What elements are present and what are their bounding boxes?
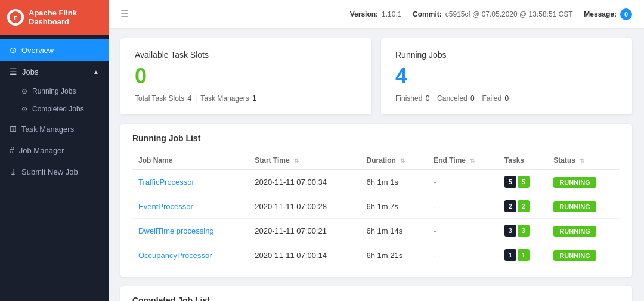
tasks-cell: 3 3 — [499, 219, 548, 243]
tasks-cell: 2 2 — [499, 194, 548, 219]
canceled-label: Canceled — [437, 94, 467, 103]
stats-divider: | — [195, 94, 197, 103]
task-slots-stats: Total Task Slots 4 | Task Managers 1 — [135, 94, 357, 103]
running-jobs-stats: Finished 0 Canceled 0 Failed 0 — [395, 94, 618, 103]
running-jobs-value: 4 — [395, 66, 618, 87]
table-row: OccupancyProcessor 2020-11-11 07:00:14 6… — [132, 243, 620, 268]
sort-end-time-icon[interactable]: ⇅ — [470, 157, 475, 164]
task-managers-value: 1 — [252, 94, 256, 103]
sidebar-header: F Apache Flink Dashboard — [0, 0, 109, 35]
topbar-info: Version: 1.10.1 Commit: c5915cf @ 07.05.… — [350, 8, 632, 20]
table-row: EventProcessor 2020-11-11 07:00:28 6h 1m… — [132, 194, 620, 219]
sidebar-item-jobs-label: Jobs — [22, 67, 38, 76]
running-jobs-icon: ⊙ — [21, 87, 27, 95]
status-cell: RUNNING — [547, 219, 620, 243]
running-job-list-title: Running Job List — [132, 134, 620, 143]
completed-jobs-icon: ⊙ — [21, 105, 27, 113]
version-label: Version: — [350, 10, 378, 18]
task-managers-icon: ⊞ — [10, 124, 17, 134]
sidebar-item-submit-new-job[interactable]: ⤓ Submit New Job — [0, 161, 109, 182]
sort-start-time-icon[interactable]: ⇅ — [294, 157, 299, 164]
overview-icon: ⊙ — [10, 45, 17, 55]
status-cell: RUNNING — [547, 243, 620, 268]
task-badge-green: 2 — [518, 200, 530, 212]
table-row: DwellTime processing 2020-11-11 07:00:21… — [132, 219, 620, 243]
running-job-list-tbody: TrafficProcessor 2020-11-11 07:00:34 6h … — [132, 170, 620, 268]
main-panel: ☰ Version: 1.10.1 Commit: c5915cf @ 07.0… — [109, 0, 644, 301]
status-cell: RUNNING — [547, 170, 620, 194]
job-name-cell: EventProcessor — [132, 194, 249, 219]
status-badge: RUNNING — [553, 250, 596, 261]
task-badge-green: 1 — [518, 249, 530, 261]
canceled-value: 0 — [470, 94, 475, 103]
submit-job-icon: ⤓ — [10, 167, 17, 176]
job-name-link[interactable]: TrafficProcessor — [138, 178, 194, 187]
task-badges: 5 5 — [504, 176, 542, 188]
job-name-link[interactable]: OccupancyProcessor — [138, 251, 212, 260]
duration-cell: 6h 1m 14s — [361, 219, 428, 243]
flink-logo-icon: F — [7, 9, 24, 26]
running-job-list-section: Running Job List Job Name Start Time ⇅ D… — [120, 124, 632, 277]
finished-value: 0 — [426, 94, 430, 103]
task-managers-stat: Task Managers 1 — [200, 94, 256, 103]
available-task-slots-title: Available Task Slots — [135, 50, 357, 60]
start-time-cell: 2020-11-11 07:00:28 — [249, 194, 360, 219]
col-end-time: End Time ⇅ — [428, 151, 499, 170]
total-slots-stat: Total Task Slots 4 — [135, 94, 191, 103]
finished-stat: Finished 0 — [395, 94, 429, 103]
tasks-cell: 1 1 — [499, 243, 548, 268]
job-manager-icon: # — [10, 145, 14, 155]
completed-job-list-section: Completed Job List Job Name Start Time ⇅… — [120, 286, 632, 301]
col-duration: Duration ⇅ — [361, 151, 428, 170]
end-time-cell: - — [428, 219, 499, 243]
sidebar-item-completed-jobs[interactable]: ⊙ Completed Jobs — [0, 100, 109, 118]
sort-duration-icon[interactable]: ⇅ — [400, 157, 405, 164]
completed-job-list-title: Completed Job List — [132, 296, 620, 301]
commit-label: Commit: — [413, 10, 442, 18]
task-badges: 2 2 — [504, 200, 542, 212]
running-job-list-thead: Job Name Start Time ⇅ Duration ⇅ End Tim… — [132, 151, 620, 170]
sidebar-item-jobs[interactable]: ☰ Jobs ▲ — [0, 61, 109, 82]
sidebar-item-task-managers[interactable]: ⊞ Task Managers — [0, 118, 109, 139]
job-name-cell: DwellTime processing — [132, 219, 249, 243]
failed-value: 0 — [505, 94, 509, 103]
start-time-cell: 2020-11-11 07:00:21 — [249, 219, 360, 243]
running-jobs-card: Running Jobs 4 Finished 0 Canceled 0 Fai… — [381, 38, 632, 114]
tasks-cell: 5 5 — [499, 170, 548, 194]
task-badge-dark: 2 — [504, 200, 516, 212]
task-badges: 3 3 — [504, 225, 542, 237]
version-value: 1.10.1 — [382, 10, 401, 18]
sort-status-icon[interactable]: ⇅ — [580, 157, 584, 164]
failed-stat: Failed 0 — [482, 94, 509, 103]
job-name-link[interactable]: EventProcessor — [138, 202, 193, 211]
message-label: Message: — [584, 10, 617, 18]
duration-cell: 6h 1m 7s — [361, 194, 428, 219]
duration-cell: 6h 1m 1s — [361, 170, 428, 194]
sidebar-item-overview[interactable]: ⊙ Overview — [0, 39, 109, 61]
sidebar-item-job-manager[interactable]: # Job Manager — [0, 139, 109, 161]
job-name-link[interactable]: DwellTime processing — [138, 226, 214, 235]
task-badges: 1 1 — [504, 249, 542, 261]
sidebar-item-running-jobs[interactable]: ⊙ Running Jobs — [0, 82, 109, 100]
job-name-cell: TrafficProcessor — [132, 170, 249, 194]
task-badge-dark: 5 — [504, 176, 516, 188]
svg-text:F: F — [14, 15, 17, 21]
sidebar-nav: ⊙ Overview ☰ Jobs ▲ ⊙ Running Jobs ⊙ Com… — [0, 35, 109, 301]
running-jobs-card-title: Running Jobs — [395, 50, 618, 60]
end-time-cell: - — [428, 170, 499, 194]
end-time-cell: - — [428, 243, 499, 268]
sidebar-item-overview-label: Overview — [21, 46, 54, 55]
end-time-cell: - — [428, 194, 499, 219]
col-status: Status ⇅ — [547, 151, 620, 170]
jobs-chevron-icon: ▲ — [93, 69, 99, 75]
menu-icon[interactable]: ☰ — [120, 8, 129, 20]
sidebar: F Apache Flink Dashboard ⊙ Overview ☰ Jo… — [0, 0, 109, 301]
sidebar-item-job-manager-label: Job Manager — [19, 146, 64, 155]
sidebar-item-completed-jobs-label: Completed Jobs — [32, 105, 84, 113]
job-name-cell: OccupancyProcessor — [132, 243, 249, 268]
message-badge[interactable]: 0 — [620, 8, 632, 20]
col-tasks: Tasks — [499, 151, 548, 170]
content-area: Available Task Slots 0 Total Task Slots … — [109, 29, 644, 301]
table-row: TrafficProcessor 2020-11-11 07:00:34 6h … — [132, 170, 620, 194]
task-badge-dark: 1 — [504, 249, 516, 261]
